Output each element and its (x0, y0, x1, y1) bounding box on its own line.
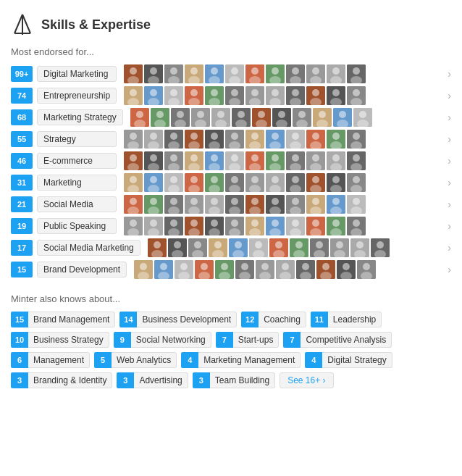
avatar[interactable] (327, 173, 345, 192)
avatar[interactable] (144, 217, 163, 235)
avatar[interactable] (347, 64, 366, 83)
avatar[interactable] (266, 86, 285, 105)
avatar[interactable] (164, 86, 183, 105)
avatar[interactable] (124, 217, 143, 235)
knows-skill-name[interactable]: Leadership (328, 312, 382, 327)
avatar[interactable] (256, 260, 274, 279)
avatar[interactable] (252, 108, 271, 127)
avatar[interactable] (164, 195, 183, 214)
avatar[interactable] (205, 151, 224, 170)
avatar[interactable] (347, 130, 366, 149)
avatar[interactable] (144, 195, 163, 214)
avatar[interactable] (134, 260, 153, 279)
knows-skill-name[interactable]: Team Building (210, 372, 275, 388)
avatar[interactable] (124, 130, 143, 149)
avatar[interactable] (175, 260, 193, 279)
avatar[interactable] (245, 151, 264, 170)
avatar[interactable] (245, 217, 264, 235)
endorsed-skill-name[interactable]: Entrepreneurship (37, 88, 117, 104)
avatar[interactable] (286, 64, 305, 83)
avatar[interactable] (371, 238, 390, 257)
avatar[interactable] (306, 151, 325, 170)
avatar[interactable] (225, 86, 244, 105)
avatar[interactable] (347, 217, 366, 235)
avatar[interactable] (205, 64, 224, 83)
endorsed-skill-name[interactable]: Social Media (37, 196, 117, 212)
endorsed-skill-name[interactable]: Social Media Marketing (37, 240, 140, 256)
avatar[interactable] (209, 238, 227, 257)
avatar[interactable] (235, 260, 254, 279)
avatar[interactable] (337, 260, 356, 279)
avatar[interactable] (171, 108, 190, 127)
avatar[interactable] (124, 195, 143, 214)
avatar[interactable] (225, 130, 244, 149)
knows-skill-name[interactable]: Brand Management (28, 312, 115, 327)
avatar[interactable] (313, 108, 332, 127)
chevron-right-icon[interactable]: › (448, 155, 451, 167)
avatar[interactable] (353, 108, 372, 127)
avatar[interactable] (266, 64, 285, 83)
avatar[interactable] (245, 86, 264, 105)
avatar[interactable] (185, 130, 203, 149)
avatar[interactable] (205, 86, 224, 105)
avatar[interactable] (306, 86, 325, 105)
knows-skill-name[interactable]: Competitive Analysis (301, 332, 392, 348)
chevron-right-icon[interactable]: › (448, 68, 451, 80)
avatar[interactable] (306, 217, 325, 235)
avatar[interactable] (266, 195, 285, 214)
avatar[interactable] (225, 195, 244, 214)
avatar[interactable] (164, 217, 183, 235)
avatar[interactable] (327, 64, 345, 83)
avatar[interactable] (296, 260, 315, 279)
knows-skill-name[interactable]: Digital Strategy (322, 352, 392, 368)
avatar[interactable] (154, 260, 173, 279)
avatar[interactable] (215, 260, 234, 279)
knows-skill-name[interactable]: Coaching (259, 312, 306, 327)
avatar[interactable] (357, 260, 376, 279)
avatar[interactable] (269, 238, 288, 257)
avatar[interactable] (327, 86, 345, 105)
avatar[interactable] (276, 260, 295, 279)
avatar[interactable] (185, 151, 203, 170)
avatar[interactable] (286, 86, 305, 105)
avatar[interactable] (306, 173, 325, 192)
avatar[interactable] (290, 238, 308, 257)
chevron-right-icon[interactable]: › (448, 220, 451, 232)
avatar[interactable] (293, 108, 311, 127)
avatar[interactable] (286, 151, 305, 170)
endorsed-skill-name[interactable]: Marketing (37, 175, 117, 191)
knows-skill-name[interactable]: Management (28, 352, 90, 368)
chevron-right-icon[interactable]: › (448, 199, 451, 210)
knows-skill-name[interactable]: Web Analytics (112, 352, 177, 368)
avatar[interactable] (164, 151, 183, 170)
avatar[interactable] (306, 130, 325, 149)
endorsed-skill-name[interactable]: Digital Marketing (37, 66, 117, 82)
avatar[interactable] (327, 130, 345, 149)
avatar[interactable] (130, 108, 149, 127)
avatar[interactable] (316, 260, 335, 279)
avatar[interactable] (249, 238, 268, 257)
avatar[interactable] (205, 195, 224, 214)
avatar[interactable] (327, 195, 345, 214)
avatar[interactable] (310, 238, 329, 257)
avatar[interactable] (286, 195, 305, 214)
chevron-right-icon[interactable]: › (448, 264, 451, 275)
see-more-button[interactable]: See 16+ › (280, 372, 333, 388)
avatar[interactable] (286, 130, 305, 149)
avatar[interactable] (245, 173, 264, 192)
knows-skill-name[interactable]: Branding & Identity (28, 372, 112, 388)
endorsed-skill-name[interactable]: Brand Development (37, 262, 127, 277)
avatar[interactable] (347, 86, 366, 105)
avatar[interactable] (225, 151, 244, 170)
avatar[interactable] (205, 173, 224, 192)
avatar[interactable] (306, 64, 325, 83)
avatar[interactable] (124, 64, 143, 83)
knows-skill-name[interactable]: Social Networking (131, 332, 211, 348)
avatar[interactable] (347, 195, 366, 214)
avatar[interactable] (327, 151, 345, 170)
knows-skill-name[interactable]: Marketing Management (198, 352, 301, 368)
avatar[interactable] (286, 173, 305, 192)
avatar[interactable] (188, 238, 207, 257)
knows-skill-name[interactable]: Business Strategy (28, 332, 109, 348)
knows-skill-name[interactable]: Start-ups (233, 332, 280, 348)
